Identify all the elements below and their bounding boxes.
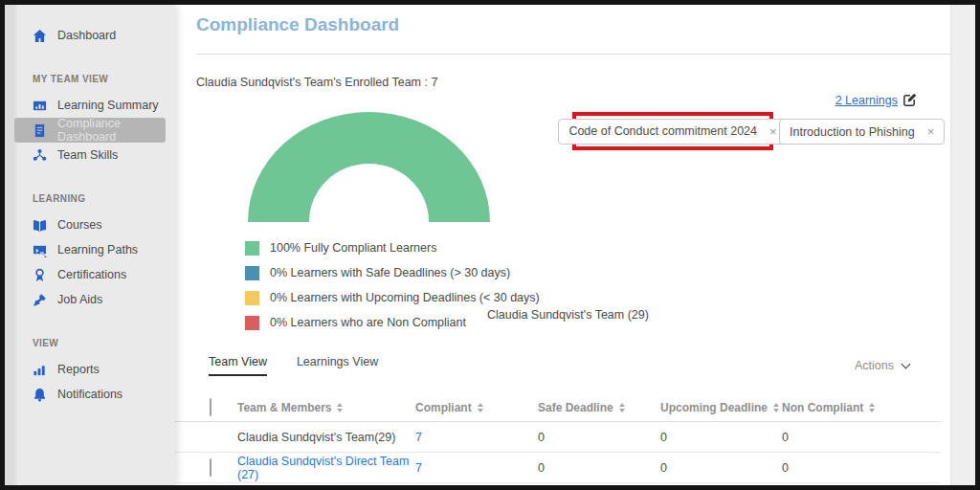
filter-chip-code-of-conduct[interactable]: Code of Conduct commitment 2024 × <box>558 119 787 145</box>
legend-swatch-green <box>245 241 259 256</box>
sidebar-item-label: Courses <box>57 218 102 232</box>
sidebar-item-job-aids[interactable]: Job Aids <box>5 287 166 312</box>
legend-swatch-blue <box>245 266 259 280</box>
bell-icon <box>33 388 47 402</box>
sort-icon[interactable] <box>869 403 875 413</box>
title-divider <box>196 54 950 55</box>
close-icon[interactable]: × <box>769 124 777 139</box>
sidebar-section-learning: LEARNING <box>5 193 175 204</box>
legend-label: 0% Learners with Upcoming Deadlines (< 3… <box>270 291 540 304</box>
column-header-non-compliant[interactable]: Non Compliant <box>782 401 941 414</box>
sort-icon[interactable] <box>619 403 625 413</box>
page-right-gutter <box>950 5 975 485</box>
safe-deadline-cell: 0 <box>538 461 660 475</box>
view-tabs: Team View Learnings View <box>209 355 378 376</box>
compliant-count-link[interactable]: 7 <box>415 461 538 475</box>
sidebar-item-label: Learning Summary <box>57 99 159 112</box>
compliance-dashboard-screenshot: Dashboard MY TEAM VIEW Learning Summary … <box>0 0 980 490</box>
legend-swatch-red <box>245 316 259 330</box>
learnings-link-text[interactable]: 2 Learnings <box>835 94 898 107</box>
column-header-team-members[interactable]: Team & Members <box>237 401 415 414</box>
column-header-compliant[interactable]: Compliant <box>415 401 538 414</box>
edit-icon[interactable] <box>902 93 917 107</box>
home-icon <box>33 29 47 43</box>
upcoming-deadline-cell: 0 <box>660 461 782 475</box>
legend-item: 0% Learners with Safe Deadlines (> 30 da… <box>245 260 540 285</box>
team-name-link[interactable]: Claudia Sundqvist's Direct Team (27) <box>237 455 415 481</box>
main-content: Compliance Dashboard Claudia Sundqvist's… <box>175 5 950 485</box>
tab-learnings-view[interactable]: Learnings View <box>297 355 378 376</box>
table-row: Claudia Sundqvist's Team(29) 7 0 0 0 <box>175 422 941 453</box>
table-header-row: Team & Members Compliant Safe Deadline U… <box>175 394 941 422</box>
filter-chip-label: Introduction to Phishing <box>790 125 915 139</box>
column-header-upcoming-deadline[interactable]: Upcoming Deadline <box>660 401 782 414</box>
sidebar-item-learning-summary[interactable]: Learning Summary <box>5 93 166 118</box>
legend-label: 0% Learners with Safe Deadlines (> 30 da… <box>270 266 510 279</box>
sidebar-section-view: VIEW <box>5 338 175 348</box>
sidebar-section-my-team-view: MY TEAM VIEW <box>5 74 175 84</box>
annotation-highlight-box: Code of Conduct commitment 2024 × <box>572 112 773 150</box>
team-compliance-table: Team & Members Compliant Safe Deadline U… <box>175 394 941 483</box>
sidebar-item-reports[interactable]: Reports <box>5 357 166 382</box>
upcoming-deadline-cell: 0 <box>660 431 782 444</box>
sidebar-item-label: Compliance Dashboard <box>57 117 166 144</box>
compliance-dashboard-icon <box>33 123 47 138</box>
bar-chart-icon <box>33 363 47 377</box>
tab-team-view[interactable]: Team View <box>209 355 267 376</box>
sort-icon[interactable] <box>337 403 343 413</box>
sidebar-item-courses[interactable]: Courses <box>5 212 166 237</box>
compliance-donut-chart <box>248 112 490 222</box>
learning-summary-icon <box>33 99 47 113</box>
sidebar-item-notifications[interactable]: Notifications <box>5 382 166 407</box>
learning-paths-icon <box>33 243 47 257</box>
enrolled-team-summary: Claudia Sundqvist's Team's Enrolled Team… <box>196 76 437 89</box>
sidebar-item-label: Reports <box>57 363 100 376</box>
sidebar-item-certifications[interactable]: Certifications <box>5 262 166 287</box>
sidebar-item-label: Certifications <box>57 268 126 281</box>
medal-icon <box>33 268 47 282</box>
sidebar-item-label: Learning Paths <box>57 243 138 256</box>
filter-chip-intro-phishing[interactable]: Introduction to Phishing × <box>779 119 945 145</box>
table-row: Claudia Sundqvist's Direct Team (27) 7 0… <box>175 453 941 483</box>
column-header-safe-deadline[interactable]: Safe Deadline <box>538 401 660 414</box>
learnings-link[interactable]: 2 Learnings <box>835 93 917 107</box>
close-icon[interactable]: × <box>927 124 935 139</box>
sidebar-item-team-skills[interactable]: Team Skills <box>5 143 166 167</box>
legend-item: 0% Learners with Upcoming Deadlines (< 3… <box>245 285 540 310</box>
sidebar-item-compliance-dashboard[interactable]: Compliance Dashboard <box>14 118 166 143</box>
book-icon <box>33 218 47 233</box>
chart-team-label: Claudia Sundqvist's Team (29) <box>487 308 649 322</box>
sidebar: Dashboard MY TEAM VIEW Learning Summary … <box>5 5 175 485</box>
select-all-checkbox[interactable] <box>210 398 212 416</box>
team-name-cell: Claudia Sundqvist's Team(29) <box>237 431 415 444</box>
legend-swatch-yellow <box>245 291 259 305</box>
actions-dropdown[interactable]: Actions <box>855 359 909 372</box>
page-title: Compliance Dashboard <box>196 14 399 35</box>
non-compliant-cell: 0 <box>782 461 941 475</box>
sidebar-item-dashboard[interactable]: Dashboard <box>5 23 166 48</box>
actions-label: Actions <box>855 359 894 372</box>
sort-icon[interactable] <box>773 403 779 413</box>
sidebar-item-label: Team Skills <box>57 148 118 162</box>
sidebar-item-label: Notifications <box>57 388 122 401</box>
sidebar-item-label: Dashboard <box>57 29 116 42</box>
sort-icon[interactable] <box>478 403 483 413</box>
legend-label: 100% Fully Compliant Learners <box>270 241 436 255</box>
pushpin-icon <box>33 293 47 307</box>
legend-label: 0% Learners who are Non Compliant <box>270 316 466 329</box>
non-compliant-cell: 0 <box>782 431 941 444</box>
legend-item: 100% Fully Compliant Learners <box>245 235 540 260</box>
sidebar-item-label: Job Aids <box>57 293 102 306</box>
safe-deadline-cell: 0 <box>538 431 660 444</box>
chevron-down-icon <box>902 360 911 369</box>
compliant-count-link[interactable]: 7 <box>415 431 538 444</box>
team-skills-icon <box>33 148 47 163</box>
sidebar-item-learning-paths[interactable]: Learning Paths <box>5 237 166 262</box>
filter-chip-label: Code of Conduct commitment 2024 <box>568 124 757 138</box>
row-checkbox[interactable] <box>210 458 212 477</box>
